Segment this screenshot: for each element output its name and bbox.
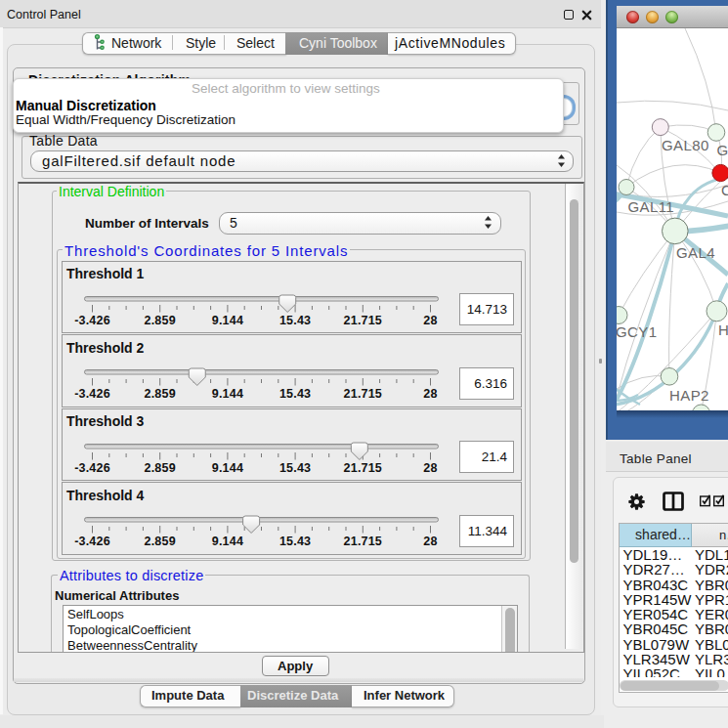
svg-text:15.43: 15.43 [279, 535, 311, 548]
svg-text:GAL80: GAL80 [662, 137, 709, 153]
svg-text:H: H [718, 321, 728, 338]
svg-text:15.43: 15.43 [279, 313, 311, 326]
svg-text:2.859: 2.859 [145, 535, 176, 548]
svg-text:-3.426: -3.426 [74, 460, 110, 474]
svg-text:21.715: 21.715 [344, 460, 382, 474]
svg-text:9.144: 9.144 [212, 313, 243, 326]
svg-text:15.43: 15.43 [279, 460, 311, 474]
svg-text:28: 28 [423, 535, 437, 548]
svg-text:28: 28 [423, 313, 437, 326]
svg-text:2.859: 2.859 [145, 460, 176, 474]
svg-text:GCY1: GCY1 [617, 323, 657, 340]
svg-text:G.: G. [716, 142, 728, 158]
svg-text:-3.426: -3.426 [74, 535, 110, 548]
svg-text:-3.426: -3.426 [74, 313, 110, 326]
svg-text:21.715: 21.715 [344, 313, 382, 326]
svg-text:15.43: 15.43 [279, 387, 311, 401]
svg-text:GAL11: GAL11 [628, 198, 675, 215]
svg-text:2.859: 2.859 [145, 313, 176, 326]
svg-text:HAP2: HAP2 [669, 387, 709, 404]
svg-text:21.715: 21.715 [344, 387, 382, 401]
svg-text:2.859: 2.859 [145, 387, 176, 401]
svg-text:C: C [721, 182, 728, 198]
svg-text:28: 28 [423, 460, 437, 474]
svg-text:-3.426: -3.426 [74, 387, 110, 401]
svg-text:9.144: 9.144 [212, 535, 243, 548]
svg-text:21.715: 21.715 [344, 535, 382, 548]
svg-text:GAL4: GAL4 [676, 244, 715, 261]
svg-text:28: 28 [423, 387, 437, 401]
svg-text:9.144: 9.144 [212, 387, 243, 401]
svg-text:9.144: 9.144 [212, 460, 243, 474]
